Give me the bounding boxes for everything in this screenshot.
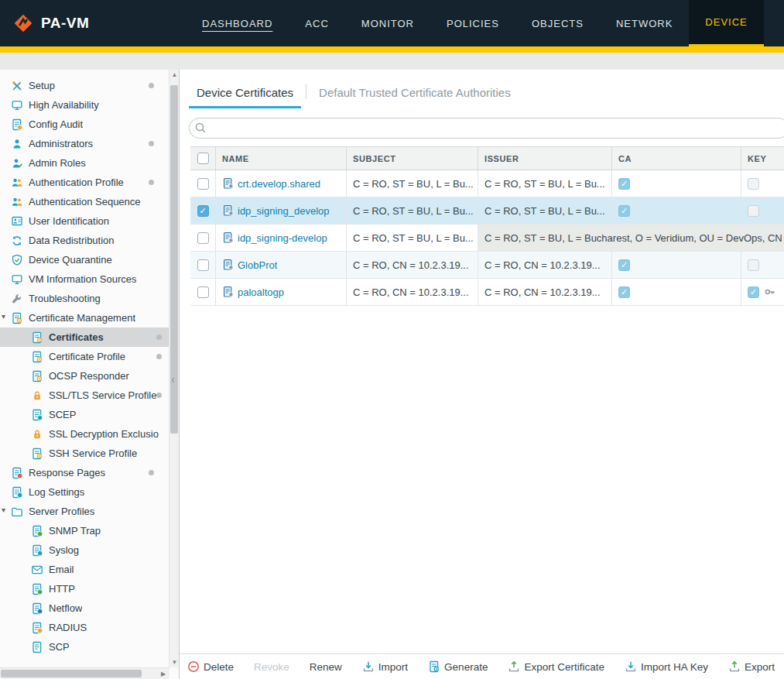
export-button[interactable]: Export	[728, 660, 775, 673]
sidebar-item-syslog[interactable]: Syslog	[0, 540, 169, 560]
select-all-checkbox[interactable]	[197, 153, 209, 164]
ca-checkbox[interactable]: ✓	[618, 286, 630, 298]
table-row[interactable]: paloaltogpC = RO, CN = 10.2.3.19...C = R…	[190, 279, 784, 306]
sidebar-item-label: Administrators	[29, 138, 93, 149]
sidebar-item-high-availability[interactable]: High Availability	[0, 95, 169, 115]
sidebar-item-http[interactable]: HTTP	[0, 579, 169, 598]
row-checkbox[interactable]: ✓	[197, 205, 209, 217]
certificate-link[interactable]: crt.develop.shared	[222, 177, 320, 190]
sidebar-item-ssh-service-profile[interactable]: SSH Service Profile	[0, 444, 169, 463]
sidebar-item-device-quarantine[interactable]: Device Quarantine	[0, 250, 169, 269]
sidebar-vertical-scrollbar[interactable]: ▲ ▼	[169, 70, 179, 667]
tab-default-trusted-certificate-authorities[interactable]: Default Trusted Certificate Authorities	[311, 81, 519, 108]
sidebar-horizontal-scrollbar[interactable]: ▶	[0, 667, 169, 679]
sidebar-item-certificates[interactable]: Certificates	[0, 327, 169, 347]
sidebar-item-netflow[interactable]: Netflow	[0, 598, 169, 618]
ca-checkbox[interactable]: ✓	[618, 178, 630, 190]
column-header-issuer[interactable]: ISSUER	[478, 147, 612, 170]
key-checkbox[interactable]: ✓	[748, 286, 759, 298]
column-header-subject[interactable]: SUBJECT	[347, 147, 478, 170]
sidebar-item-label: RADIUS	[49, 622, 87, 633]
generate-button[interactable]: Generate	[428, 660, 488, 673]
idbadge-icon	[11, 215, 24, 228]
sidebar-item-response-pages[interactable]: Response Pages	[0, 463, 169, 482]
sidebar-collapse-handle[interactable]: ‹	[171, 370, 180, 389]
sidebar-item-ssl-tls-service-profile[interactable]: SSL/TLS Service Profile	[0, 386, 169, 405]
scroll-down-icon[interactable]: ▼	[169, 657, 180, 667]
scroll-right-icon[interactable]: ▶	[157, 668, 169, 679]
toolbar-label: Import HA Key	[641, 661, 708, 673]
table-row[interactable]: idp_signing-developC = RO, ST = BU, L = …	[190, 225, 784, 252]
monitor-icon	[11, 273, 24, 286]
status-dot	[149, 180, 154, 185]
nav-monitor[interactable]: MONITOR	[345, 0, 430, 46]
table-row[interactable]: ✓idp_signing_developC = RO, ST = BU, L =…	[190, 197, 784, 225]
cell-subject: C = RO, CN = 10.2.3.19...	[347, 279, 478, 305]
export-certificate-button[interactable]: Export Certificate	[508, 660, 604, 673]
sidebar-item-scep[interactable]: SCEP	[0, 405, 169, 424]
sidebar-item-scp[interactable]: SCP	[0, 637, 169, 657]
nav-objects[interactable]: OBJECTS	[515, 0, 600, 46]
sidebar-item-user-identification[interactable]: User Identification	[0, 211, 169, 231]
nav-acc[interactable]: ACC	[289, 0, 344, 46]
sidebar-item-data-redistribution[interactable]: Data Redistribution	[0, 231, 169, 250]
certificate-link[interactable]: idp_signing_develop	[222, 204, 330, 217]
nav-network[interactable]: NETWORK	[600, 0, 689, 46]
sidebar-item-radius[interactable]: RADIUS	[0, 618, 169, 637]
key-checkbox[interactable]	[748, 178, 759, 190]
certificate-search-input[interactable]	[189, 118, 784, 139]
scroll-up-icon[interactable]: ▲	[169, 70, 180, 80]
import-button[interactable]: Import	[362, 660, 408, 673]
status-dot	[156, 334, 162, 340]
cell-ca: ✓	[612, 197, 741, 224]
key-checkbox[interactable]	[748, 205, 759, 217]
ca-checkbox[interactable]: ✓	[618, 259, 630, 271]
sidebar-item-ocsp-responder[interactable]: OCSP Responder	[0, 366, 169, 386]
certificate-link[interactable]: paloaltogp	[222, 286, 284, 298]
certificate-link[interactable]: GlobProt	[222, 259, 277, 271]
row-checkbox[interactable]	[197, 259, 209, 271]
delete-button[interactable]: Delete	[187, 660, 234, 673]
table-row[interactable]: crt.develop.sharedC = RO, ST = BU, L = B…	[190, 170, 784, 197]
sidebar-item-administrators[interactable]: Administrators	[0, 134, 169, 153]
cert-icon	[11, 312, 24, 324]
nav-policies[interactable]: POLICIES	[430, 0, 515, 46]
row-select-cell	[190, 170, 216, 197]
sidebar-item-authentication-profile[interactable]: Authentication Profile	[0, 173, 169, 192]
doc-green-icon	[31, 525, 44, 537]
nav-dashboard[interactable]: DASHBOARD	[186, 0, 289, 46]
import-ha-key-button[interactable]: Import HA Key	[625, 660, 708, 673]
certificate-link[interactable]: idp_signing-develop	[222, 231, 327, 244]
sidebar-item-server-profiles[interactable]: ▾Server Profiles	[0, 502, 169, 521]
sidebar-item-certificate-profile[interactable]: Certificate Profile	[0, 347, 169, 366]
nav-device[interactable]: DEVICE	[689, 0, 763, 46]
expand-caret-icon[interactable]: ▾	[2, 506, 5, 514]
sidebar-item-snmp-trap[interactable]: SNMP Trap	[0, 521, 169, 540]
sidebar-item-label: Netflow	[49, 602, 82, 614]
tab-device-certificates[interactable]: Device Certificates	[189, 81, 301, 108]
row-checkbox[interactable]	[197, 286, 209, 298]
ca-checkbox[interactable]: ✓	[618, 205, 630, 217]
sidebar-item-email[interactable]: Email	[0, 560, 169, 579]
sidebar-item-vm-information-sources[interactable]: VM Information Sources	[0, 269, 169, 289]
row-checkbox[interactable]	[197, 178, 209, 190]
status-dot	[149, 83, 154, 88]
sidebar-item-admin-roles[interactable]: Admin Roles	[0, 153, 169, 173]
expand-caret-icon[interactable]: ▾	[2, 312, 5, 321]
horizontal-scroll-thumb[interactable]	[1, 670, 142, 677]
sidebar-item-authentication-sequence[interactable]: Authentication Sequence	[0, 192, 169, 211]
row-checkbox[interactable]	[197, 232, 209, 244]
sidebar-item-log-settings[interactable]: Log Settings	[0, 482, 169, 502]
sidebar-item-certificate-management[interactable]: ▾Certificate Management	[0, 308, 169, 327]
column-header-key[interactable]: KEY	[741, 147, 784, 170]
sidebar-item-ssl-decryption-exclusio[interactable]: SSL Decryption Exclusio	[0, 424, 169, 444]
key-checkbox[interactable]	[748, 259, 759, 271]
column-header-name[interactable]: NAME	[216, 147, 347, 170]
sidebar-item-config-audit[interactable]: Config Audit	[0, 115, 169, 134]
table-row[interactable]: GlobProtC = RO, CN = 10.2.3.19...C = RO,…	[190, 252, 784, 279]
sidebar-item-setup[interactable]: Setup	[0, 76, 169, 95]
renew-button[interactable]: Renew	[310, 661, 342, 673]
cert-icon	[31, 331, 44, 344]
column-header-ca[interactable]: CA	[612, 147, 741, 170]
sidebar-item-troubleshooting[interactable]: Troubleshooting	[0, 289, 169, 308]
